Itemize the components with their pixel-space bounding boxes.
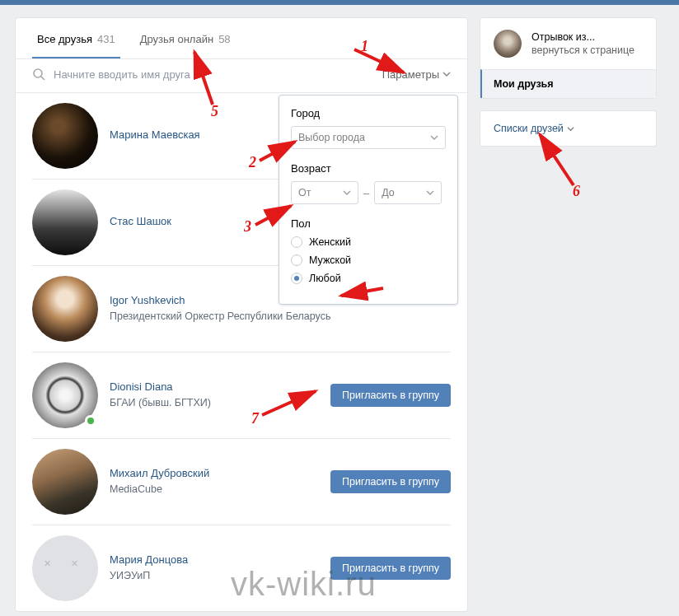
- friend-lists-link[interactable]: Списки друзей: [480, 111, 656, 146]
- radio-icon: [291, 273, 302, 284]
- params-toggle[interactable]: Параметры: [382, 68, 451, 81]
- invite-to-group-button[interactable]: Пригласить в группу: [330, 470, 451, 493]
- tabs-bar: Все друзья 431 Друзья онлайн 58: [16, 18, 467, 59]
- link-label: Списки друзей: [494, 123, 564, 134]
- dash: –: [363, 187, 369, 199]
- tab-label: Друзья онлайн: [140, 33, 213, 45]
- avatar[interactable]: [32, 103, 98, 169]
- annotation-1: 1: [361, 38, 368, 55]
- svg-line-1: [41, 77, 44, 80]
- tab-count: 58: [218, 33, 230, 45]
- friend-subtitle: MediaCube: [110, 483, 319, 497]
- annotation-3: 3: [244, 218, 251, 236]
- back-to-page-link[interactable]: вернуться к странице: [531, 44, 635, 56]
- chevron-down-icon: [567, 125, 574, 133]
- friend-subtitle: БГАИ (бывш. БГТХИ): [110, 396, 319, 410]
- age-from-value: От: [298, 187, 311, 198]
- friend-subtitle: Президентский Оркестр Республики Беларус…: [110, 310, 451, 324]
- invite-to-group-button[interactable]: Пригласить в группу: [330, 384, 451, 407]
- avatar[interactable]: [32, 535, 98, 601]
- avatar[interactable]: [32, 362, 98, 428]
- city-value: Выбор города: [298, 132, 365, 143]
- friend-row: Михаил Дубровский MediaCube Пригласить в…: [32, 439, 451, 525]
- city-select[interactable]: Выбор города: [291, 126, 446, 149]
- radio-icon: [291, 254, 302, 266]
- side-lists-card: Списки друзей: [480, 110, 657, 147]
- radio-label: Любой: [309, 273, 341, 284]
- gender-radio[interactable]: Мужской: [291, 254, 446, 266]
- avatar[interactable]: [32, 276, 98, 342]
- gender-radio[interactable]: Женский: [291, 236, 446, 248]
- chevron-down-icon: [343, 189, 351, 197]
- annotation-6: 6: [573, 183, 580, 200]
- radio-icon: [291, 236, 302, 248]
- params-panel: Город Выбор города Возраст От – До: [279, 95, 458, 305]
- friend-name-link[interactable]: Михаил Дубровский: [110, 467, 319, 479]
- filter-age-label: Возраст: [291, 162, 446, 175]
- age-to-select[interactable]: До: [374, 181, 442, 204]
- radio-label: Женский: [309, 236, 351, 248]
- chevron-down-icon: [426, 189, 434, 197]
- age-to-value: До: [382, 187, 395, 198]
- search-icon: [32, 68, 45, 81]
- radio-label: Мужской: [309, 254, 351, 266]
- search-input[interactable]: [54, 68, 382, 81]
- avatar[interactable]: [32, 189, 98, 255]
- gender-radio[interactable]: Любой: [291, 273, 446, 284]
- filter-gender-label: Пол: [291, 217, 446, 230]
- avatar[interactable]: [32, 449, 98, 515]
- sidebar-item-my-friends[interactable]: Мои друзья: [480, 69, 656, 98]
- friend-name-link[interactable]: Dionisi Diana: [110, 380, 319, 393]
- tab-label: Все друзья: [37, 33, 92, 45]
- profile-title: Отрывок из...: [531, 31, 635, 43]
- friend-row: Dionisi Diana БГАИ (бывш. БГТХИ) Приглас…: [32, 352, 451, 439]
- chevron-down-icon: [443, 70, 451, 78]
- params-label: Параметры: [382, 68, 439, 81]
- tab-count: 431: [97, 33, 115, 45]
- annotation-2: 2: [249, 154, 256, 171]
- friend-name-link[interactable]: Мария Донцова: [110, 553, 319, 566]
- online-indicator: [85, 415, 96, 427]
- profile-card: Отрывок из... вернуться к странице Мои д…: [480, 17, 657, 99]
- chevron-down-icon: [430, 133, 438, 142]
- tab-online-friends[interactable]: Друзья онлайн 58: [135, 18, 236, 58]
- search-row: Параметры: [16, 59, 467, 93]
- watermark: vk-wiki.ru: [231, 566, 377, 603]
- annotation-5: 5: [211, 103, 218, 120]
- tab-all-friends[interactable]: Все друзья 431: [32, 18, 120, 58]
- annotation-7: 7: [251, 410, 259, 427]
- avatar[interactable]: [494, 30, 522, 58]
- filter-city-label: Город: [291, 107, 446, 119]
- age-from-select[interactable]: От: [291, 181, 358, 204]
